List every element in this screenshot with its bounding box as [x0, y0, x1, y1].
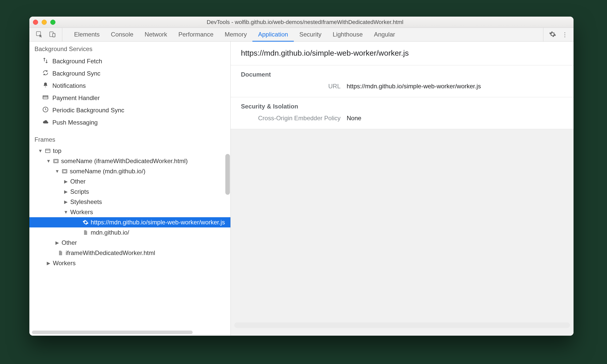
tab-console[interactable]: Console [105, 28, 139, 42]
file-icon [57, 250, 64, 256]
updown-icon [42, 57, 49, 65]
scrollbar-thumb[interactable] [32, 331, 193, 334]
tree-label: someName (iframeWithDedicatedWorker.html… [61, 157, 188, 165]
clock-icon [42, 106, 49, 114]
coep-row: Cross-Origin Embedder Policy None [241, 115, 563, 122]
devtools-window: DevTools - wolfib.github.io/web-demos/ne… [29, 17, 574, 336]
window-icon [45, 148, 51, 154]
tree-workers[interactable]: ▼ Workers [29, 207, 230, 217]
tree-label: Workers [70, 209, 93, 216]
tree-stylesheets[interactable]: ▶ Stylesheets [29, 197, 230, 207]
svc-background-fetch[interactable]: Background Fetch [29, 55, 230, 67]
frames-tree: ▼ top ▼ someName (iframeWithDedicatedWor… [29, 146, 230, 273]
tree-label: mdn.github.io/ [91, 229, 129, 236]
worker-title: https://mdn.github.io/simple-web-worker/… [231, 42, 574, 65]
device-toolbar-icon[interactable] [49, 31, 56, 39]
svc-label: Background Sync [52, 70, 100, 77]
caret-down-icon: ▼ [46, 159, 51, 164]
caret-down-icon: ▼ [38, 148, 43, 154]
tab-application[interactable]: Application [252, 28, 294, 42]
svc-payment-handler[interactable]: Payment Handler [29, 92, 230, 104]
more-options-icon[interactable]: ⋮ [562, 32, 568, 38]
tree-label: top [53, 147, 61, 154]
svc-push-messaging[interactable]: Push Messaging [29, 116, 230, 129]
caret-right-icon: ▶ [64, 199, 68, 205]
tree-label: someName (mdn.github.io/) [70, 168, 145, 175]
tree-label: iframeWithDedicatedWorker.html [66, 249, 155, 257]
svc-label: Payment Handler [52, 94, 100, 102]
empty-area [231, 129, 574, 336]
main-panel: https://mdn.github.io/simple-web-worker/… [231, 42, 574, 336]
coep-value: None [347, 115, 361, 122]
window-title: DevTools - wolfib.github.io/web-demos/ne… [40, 19, 570, 26]
titlebar: DevTools - wolfib.github.io/web-demos/ne… [29, 17, 574, 28]
svc-label: Periodic Background Sync [52, 107, 124, 114]
bell-icon [42, 82, 49, 90]
sidebar: Background Services Background Fetch Bac… [29, 42, 231, 336]
tab-performance[interactable]: Performance [173, 28, 219, 42]
tab-security[interactable]: Security [294, 28, 327, 42]
svc-notifications[interactable]: Notifications [29, 80, 230, 92]
caret-right-icon: ▶ [64, 179, 68, 184]
svc-label: Push Messaging [52, 119, 98, 126]
caret-down-icon: ▼ [64, 210, 68, 215]
tab-lighthouse[interactable]: Lighthouse [327, 28, 368, 42]
main-horizontal-scrollbar[interactable] [234, 322, 570, 328]
svg-rect-7 [45, 149, 50, 153]
tab-memory[interactable]: Memory [219, 28, 253, 42]
tabstrip: Elements Console Network Performance Mem… [29, 28, 574, 42]
tree-label: Other [62, 239, 77, 246]
section-heading: Document [241, 71, 563, 78]
cloud-icon [42, 118, 49, 127]
tree-iframe2[interactable]: ▼ someName (mdn.github.io/) [29, 166, 230, 176]
coep-label: Cross-Origin Embedder Policy [241, 115, 341, 122]
svc-periodic-sync[interactable]: Periodic Background Sync [29, 104, 230, 116]
tab-elements[interactable]: Elements [68, 28, 105, 42]
document-section: Document URL https://mdn.github.io/simpl… [231, 65, 574, 97]
tab-network[interactable]: Network [139, 28, 173, 42]
tree-iframe1[interactable]: ▼ someName (iframeWithDedicatedWorker.ht… [29, 156, 230, 166]
toolbar-right: ⋮ [543, 28, 574, 41]
section-frames: Frames [29, 132, 230, 146]
sidebar-horizontal-scrollbar[interactable] [32, 331, 228, 334]
caret-right-icon: ▶ [46, 260, 51, 266]
panel-tabs: Elements Console Network Performance Mem… [62, 28, 543, 41]
settings-icon[interactable] [549, 31, 556, 39]
tree-label: Other [70, 178, 86, 185]
tree-label: Scripts [70, 188, 89, 195]
svg-rect-12 [63, 170, 66, 172]
caret-right-icon: ▶ [55, 240, 60, 246]
inspect-element-icon[interactable] [36, 31, 43, 39]
content-area: Background Services Background Fetch Bac… [29, 42, 574, 336]
gear-icon [83, 219, 89, 225]
tree-mdn-root[interactable]: mdn.github.io/ [29, 227, 230, 238]
caret-down-icon: ▼ [55, 169, 60, 174]
section-heading: Security & Isolation [241, 103, 563, 110]
tree-top[interactable]: ▼ top [29, 146, 230, 156]
tree-worker-js[interactable]: https://mdn.github.io/simple-web-worker/… [29, 217, 230, 227]
svg-rect-10 [54, 160, 57, 162]
frame-icon [62, 168, 68, 174]
sync-icon [42, 69, 49, 78]
tab-angular[interactable]: Angular [368, 28, 401, 42]
tree-label: Workers [53, 260, 76, 267]
svc-label: Notifications [52, 82, 86, 89]
url-label: URL [241, 83, 341, 90]
file-icon [83, 229, 89, 236]
caret-right-icon: ▶ [64, 189, 68, 195]
tree-other1[interactable]: ▶ Other [29, 176, 230, 187]
tree-other2[interactable]: ▶ Other [29, 238, 230, 248]
tree-scripts[interactable]: ▶ Scripts [29, 187, 230, 197]
tree-workers2[interactable]: ▶ Workers [29, 258, 230, 268]
svc-background-sync[interactable]: Background Sync [29, 67, 230, 80]
tree-label: https://mdn.github.io/simple-web-worker/… [91, 219, 225, 226]
svc-label: Background Fetch [52, 58, 102, 65]
card-icon [42, 94, 49, 102]
vertical-scrollbar-thumb[interactable] [225, 154, 230, 195]
section-background-services: Background Services [29, 42, 230, 55]
document-url-row: URL https://mdn.github.io/simple-web-wor… [241, 83, 563, 90]
url-value: https://mdn.github.io/simple-web-worker/… [347, 83, 481, 90]
close-window-button[interactable] [33, 20, 38, 25]
tree-label: Stylesheets [70, 198, 102, 205]
tree-iframe-file[interactable]: iframeWithDedicatedWorker.html [29, 248, 230, 258]
